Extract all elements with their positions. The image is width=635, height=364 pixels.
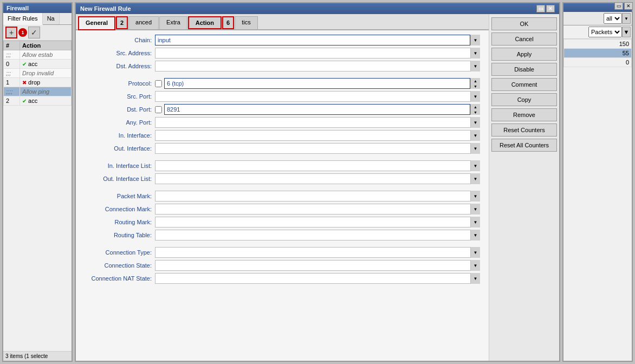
ok-button[interactable]: OK <box>491 17 557 30</box>
firewall-tabs: Filter Rules Na <box>3 13 72 25</box>
tab-badge2[interactable]: 2 <box>116 16 128 29</box>
protocol-input[interactable] <box>164 78 470 89</box>
dst-port-label: Dst. Port: <box>85 106 155 113</box>
badge-6: 6 <box>226 20 230 26</box>
out-interface-dropdown[interactable]: ▼ <box>470 143 480 154</box>
connection-nat-state-input[interactable] <box>155 273 480 284</box>
right-minimize-button[interactable]: ▭ <box>614 2 623 10</box>
chain-dropdown-arrow[interactable]: ▼ <box>470 35 480 46</box>
any-port-label: Any. Port: <box>85 119 155 126</box>
in-interface-dropdown[interactable]: ▼ <box>470 130 480 141</box>
packets-select[interactable]: Packets <box>588 27 622 37</box>
chain-input[interactable] <box>155 35 470 46</box>
reset-counters-button[interactable]: Reset Counters <box>491 123 557 136</box>
form-area: Chain: 3 ▼ Src. Address: ▼ <box>76 30 489 361</box>
dst-port-down-arrow[interactable]: ▼ <box>470 109 480 115</box>
any-port-dropdown[interactable]: ▼ <box>470 117 480 128</box>
drop-icon: ✖ <box>22 80 27 86</box>
connection-nat-state-label: Connection NAT State: <box>85 275 155 282</box>
protocol-up-arrow[interactable]: ▲ <box>470 78 480 83</box>
routing-mark-dropdown[interactable]: ▼ <box>470 217 480 227</box>
protocol-down-arrow[interactable]: ▼ <box>470 83 480 89</box>
any-port-input[interactable] <box>155 117 480 128</box>
dst-port-checkbox[interactable] <box>155 106 162 113</box>
tab-filter-rules[interactable]: Filter Rules <box>3 13 43 25</box>
plus-icon: + <box>9 28 14 37</box>
src-port-dropdown[interactable]: ▼ <box>470 91 480 102</box>
src-address-dropdown[interactable]: ▼ <box>470 48 480 58</box>
button-panel: OK Cancel Apply Disable Comment Copy Rem… <box>489 14 559 361</box>
close-button[interactable]: ✕ <box>546 5 555 12</box>
connection-state-dropdown[interactable]: ▼ <box>470 260 480 271</box>
routing-table-input[interactable] <box>155 230 480 240</box>
table-row[interactable]: ;;; Drop invalid <box>4 69 72 78</box>
packet-mark-input[interactable] <box>155 191 480 202</box>
dst-port-up-arrow[interactable]: ▲ <box>470 104 480 109</box>
dst-address-dropdown[interactable]: ▼ <box>470 61 480 72</box>
out-interface-list-input[interactable] <box>155 173 480 184</box>
copy-button[interactable]: Copy <box>491 93 557 106</box>
remove-button[interactable]: Remove <box>491 108 557 121</box>
tab-advanced[interactable]: anced <box>128 16 159 29</box>
right-close-button[interactable]: ✕ <box>624 2 633 10</box>
minimize-button[interactable]: ▭ <box>536 5 545 12</box>
tab-extra[interactable]: Extra <box>159 16 187 29</box>
connection-mark-dropdown[interactable]: ▼ <box>470 204 480 214</box>
in-interface-list-label: In. Interface List: <box>85 162 155 169</box>
cancel-button[interactable]: Cancel <box>491 32 557 46</box>
title-controls: ▭ ✕ <box>536 5 555 12</box>
dst-address-input[interactable] <box>155 61 480 72</box>
out-interface-list-dropdown[interactable]: ▼ <box>470 173 480 184</box>
connection-type-dropdown[interactable]: ▼ <box>470 247 480 258</box>
reset-all-counters-button[interactable]: Reset All Counters <box>491 139 557 152</box>
connection-nat-state-dropdown[interactable]: ▼ <box>470 273 480 284</box>
src-port-input[interactable] <box>155 91 480 102</box>
table-row[interactable]: ;;; Allow estab <box>4 50 72 60</box>
src-address-input[interactable] <box>155 48 480 58</box>
out-interface-input[interactable] <box>155 143 480 154</box>
filter-select[interactable]: all <box>604 13 622 24</box>
packet-mark-dropdown[interactable]: ▼ <box>470 191 480 202</box>
tab-na[interactable]: Na <box>43 13 60 24</box>
in-interface-label: In. Interface: <box>85 132 155 139</box>
add-rule-button[interactable]: + <box>5 27 17 38</box>
routing-mark-input[interactable] <box>155 217 480 227</box>
comment-button[interactable]: Comment <box>491 78 557 91</box>
protocol-checkbox[interactable] <box>155 80 162 87</box>
dialog-body: General 2 anced Extra Action 6 t <box>76 14 559 361</box>
out-interface-list-row: Out. Interface List: ▼ <box>85 173 480 184</box>
table-row[interactable]: ;;;; Allow ping <box>4 87 72 96</box>
tab-general[interactable]: General <box>78 16 115 30</box>
in-interface-list-dropdown[interactable]: ▼ <box>470 160 480 171</box>
table-row[interactable]: 1 ✖ drop <box>4 78 72 87</box>
connection-type-input[interactable] <box>155 247 480 258</box>
routing-table-dropdown[interactable]: ▼ <box>470 230 480 240</box>
apply-button[interactable]: Apply <box>491 48 557 61</box>
chain-row: Chain: 3 ▼ <box>85 35 480 46</box>
tab-statistics[interactable]: tics <box>235 16 258 29</box>
packet-mark-label: Packet Mark: <box>85 193 155 199</box>
connection-mark-row: Connection Mark: ▼ <box>85 204 480 214</box>
right-table-row: 55 <box>564 49 632 58</box>
connection-state-row: Connection State: ▼ <box>85 260 480 271</box>
dst-port-row: Dst. Port: 5 ▲ ▼ <box>85 104 480 115</box>
bytes-cell: 150 <box>564 40 632 49</box>
connection-mark-input[interactable] <box>155 204 480 214</box>
in-interface-input[interactable] <box>155 130 480 141</box>
filter-dropdown[interactable]: ▼ <box>622 13 631 24</box>
check-button[interactable]: ✓ <box>28 27 40 38</box>
tab-action[interactable]: Action <box>188 16 222 29</box>
disable-button[interactable]: Disable <box>491 63 557 76</box>
col-num: # <box>4 41 20 50</box>
connection-state-input[interactable] <box>155 260 480 271</box>
firewall-title: Firewall <box>3 3 72 13</box>
routing-table-label: Routing Table: <box>85 232 155 238</box>
dst-port-input[interactable] <box>164 104 470 115</box>
packets-dropdown-arrow[interactable]: ▼ <box>622 27 631 37</box>
tab-badge6[interactable]: 6 <box>222 16 234 29</box>
bytes-cell: 0 <box>564 58 632 67</box>
table-row[interactable]: 0 ✔ acc <box>4 60 72 69</box>
badge-2: 2 <box>120 20 124 26</box>
table-row[interactable]: 2 ✔ acc <box>4 96 72 106</box>
in-interface-list-input[interactable] <box>155 160 480 171</box>
